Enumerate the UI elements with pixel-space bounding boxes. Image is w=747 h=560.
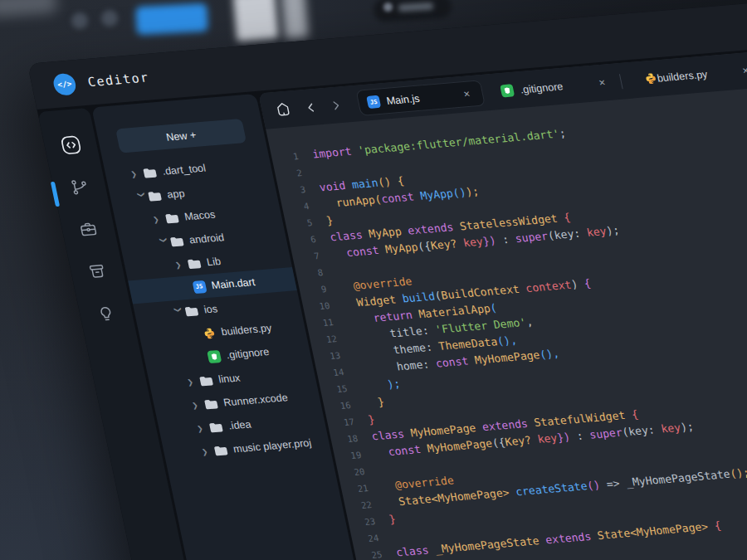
code-text: [391, 528, 394, 545]
line-number: 17: [331, 413, 356, 431]
code-text: }: [388, 511, 398, 528]
folder-icon: [208, 421, 224, 433]
line-number: 23: [352, 513, 377, 531]
tree-item-label: linux: [217, 372, 242, 385]
background-white-panel-blur: [233, 0, 279, 41]
code-text: [377, 462, 380, 479]
new-file-button[interactable]: New +: [115, 119, 247, 153]
line-number: 18: [334, 430, 359, 448]
tree-item-label: Main.dart: [211, 276, 256, 291]
close-icon[interactable]: ✕: [459, 87, 476, 100]
gitignore-file-icon: [207, 349, 222, 363]
close-icon[interactable]: ✕: [594, 76, 611, 90]
activity-item-lightbulb-icon[interactable]: [88, 298, 124, 330]
chevron-left-icon[interactable]: [298, 95, 324, 119]
tab-label: .gitignore: [519, 77, 597, 95]
line-number: 25: [359, 546, 383, 560]
tree-item-label: music player.proj: [232, 437, 313, 455]
line-number: 2: [279, 164, 304, 183]
js-file-icon: JS: [366, 95, 381, 109]
python-file-icon: [202, 326, 217, 339]
background-circle-icon-blur: [71, 12, 88, 29]
code-text: }: [363, 394, 386, 412]
folder-icon: [203, 398, 219, 410]
background-window-corner-blur: [0, 0, 57, 17]
chevron-down-icon[interactable]: ❯: [137, 191, 148, 204]
close-icon[interactable]: ✕: [738, 64, 747, 77]
chevron-down-icon[interactable]: ❯: [173, 306, 184, 319]
app-logo-code-icon: </>: [51, 72, 77, 95]
code-text: [315, 163, 318, 180]
tree-item-label: Lib: [206, 256, 222, 268]
folder-icon: [198, 375, 214, 387]
folder-icon: [164, 212, 180, 224]
editor-window: </> Ceditor: [27, 0, 747, 560]
tab--gitignore[interactable]: .gitignore✕: [491, 69, 618, 105]
tree-item-label: .idea: [227, 418, 252, 431]
folder-icon: [142, 167, 158, 178]
home-icon[interactable]: [270, 98, 295, 121]
tree-item-label: android: [188, 231, 226, 246]
code-text: }: [367, 411, 377, 429]
tree-item-label: Macos: [183, 208, 217, 222]
activity-item-code-icon[interactable]: [52, 129, 89, 161]
folder-icon: [147, 190, 163, 202]
line-number: 16: [327, 397, 352, 415]
line-number: 6: [292, 231, 317, 249]
tab-label: Main.js: [385, 89, 461, 106]
background-blue-button-blur: [135, 3, 208, 35]
js-file-icon: JS: [192, 280, 207, 293]
tab-label: builders.py: [656, 66, 740, 84]
background-circle-icon-blur: [101, 10, 118, 27]
line-number: 3: [282, 181, 307, 199]
line-number: 10: [306, 297, 331, 315]
tab-main-js[interactable]: JSMain.js✕: [355, 80, 486, 116]
line-number: 13: [317, 347, 342, 365]
line-number: 20: [341, 463, 366, 481]
line-number: 24: [355, 529, 380, 548]
line-number: 15: [324, 380, 349, 398]
line-number: 12: [314, 330, 339, 348]
tab-builders-py[interactable]: builders.py✕: [635, 56, 747, 92]
background-white-panel-blur: [281, 0, 309, 39]
folder-icon: [187, 257, 203, 269]
activity-item-archive-box-icon[interactable]: [79, 256, 115, 288]
line-number: 4: [286, 197, 310, 216]
line-number: 22: [349, 496, 374, 514]
gitignore-file-icon: [500, 84, 515, 97]
code-text: }: [325, 212, 334, 230]
folder-icon: [213, 445, 229, 456]
folder-icon: [184, 305, 200, 317]
line-number: 8: [300, 264, 325, 282]
folder-icon: [169, 236, 185, 247]
line-number: 14: [320, 363, 345, 382]
code-text: );: [359, 376, 402, 396]
activity-item-git-branch-icon[interactable]: [61, 171, 98, 203]
app-title: Ceditor: [86, 70, 150, 90]
line-number: 19: [338, 446, 363, 465]
tab-separator: [619, 74, 623, 89]
line-number: 11: [310, 314, 334, 332]
tree-item-label: ios: [203, 303, 218, 315]
chevron-down-icon[interactable]: ❯: [159, 236, 169, 250]
tree-item-label: builders.py: [220, 322, 272, 338]
code-text: [335, 263, 339, 280]
line-number: 1: [275, 148, 300, 166]
tree-item-label: Runner.xcode: [222, 392, 289, 408]
line-number: 21: [344, 480, 369, 498]
tree-item-label: .dart_tool: [161, 162, 207, 177]
tree-item-label: app: [166, 187, 186, 201]
active-view-indicator: [51, 182, 60, 207]
tree-item-label: .gitignore: [225, 346, 270, 361]
activity-item-briefcase-icon[interactable]: [71, 213, 107, 246]
line-number: 5: [289, 214, 314, 232]
line-number: 7: [296, 247, 321, 265]
line-number: 9: [303, 280, 328, 299]
